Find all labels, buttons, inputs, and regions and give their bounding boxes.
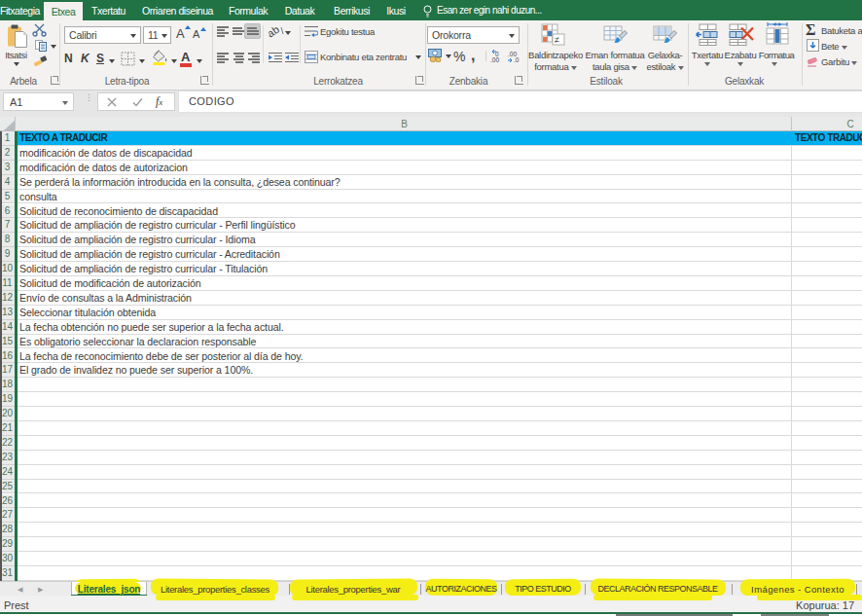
svg-text:.00: .00 [490,56,499,62]
svg-text:≠: ≠ [555,35,559,45]
svg-text:ab: ab [269,24,281,38]
svg-text:.0: .0 [514,56,520,62]
